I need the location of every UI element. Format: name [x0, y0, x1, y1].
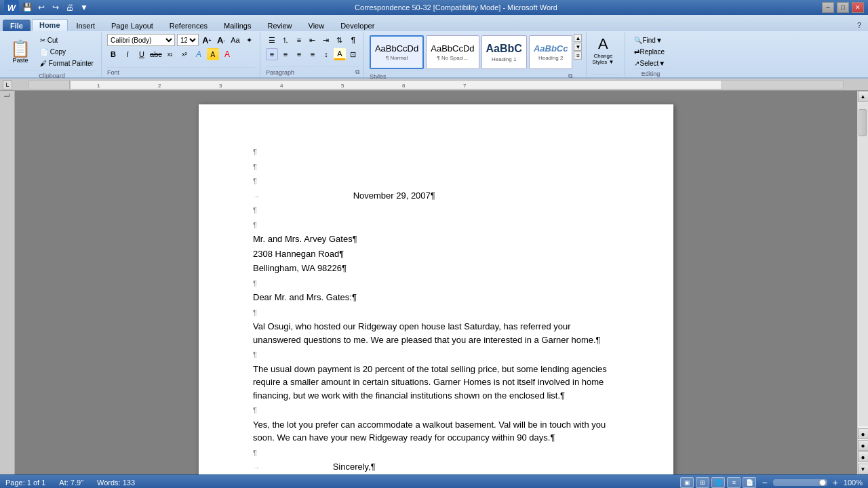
- document-scroll-area[interactable]: ¶ ¶ ¶ → November 29, 2007¶ ¶ ¶ Mr. and M…: [15, 91, 857, 474]
- borders-button[interactable]: ⊡: [347, 48, 359, 60]
- text-highlight-button[interactable]: A: [207, 48, 219, 60]
- ribbon-tab-bar[interactable]: File Home Insert Page Layout References …: [0, 15, 868, 31]
- multilevel-list-button[interactable]: ≡: [293, 34, 305, 46]
- change-styles-button[interactable]: ChangeStyles ▼: [592, 53, 614, 65]
- style-heading1[interactable]: AaBbC Heading 1: [481, 35, 527, 69]
- styles-scroll-buttons[interactable]: ▲ ▼ ≡: [574, 34, 582, 60]
- justify-button[interactable]: ≡: [307, 48, 319, 60]
- change-case-button[interactable]: Aa: [229, 34, 241, 46]
- save-button[interactable]: 💾: [21, 1, 33, 14]
- select-button[interactable]: ↗ Select ▼: [631, 58, 669, 68]
- salutation-line[interactable]: Dear Mr. and Mrs. Gates:¶: [253, 291, 619, 304]
- bold-button[interactable]: B: [107, 48, 119, 60]
- qat-dropdown[interactable]: ▼: [78, 1, 90, 14]
- tab-mailings[interactable]: Mailings: [216, 20, 258, 31]
- clear-formatting-button[interactable]: ✦: [243, 34, 256, 46]
- scroll-up-arrow[interactable]: ▲: [858, 91, 869, 102]
- tab-review[interactable]: Review: [260, 20, 299, 31]
- tab-page-layout[interactable]: Page Layout: [104, 20, 161, 31]
- view-buttons[interactable]: ▣ ⊞ 🌐 ≡ 📄: [680, 477, 756, 488]
- change-styles-icon[interactable]: A: [598, 35, 608, 53]
- undo-button[interactable]: ↩: [35, 1, 47, 14]
- address-line-2[interactable]: 2308 Hannegan Road¶: [253, 247, 619, 261]
- decrease-font-button[interactable]: A-: [215, 34, 227, 46]
- web-layout-view[interactable]: 🌐: [711, 477, 725, 488]
- scroll-thumb[interactable]: [859, 109, 867, 136]
- style-no-spacing[interactable]: AaBbCcDd ¶ No Spaci...: [426, 35, 479, 69]
- show-hide-marks-button[interactable]: ¶: [347, 34, 359, 46]
- decrease-indent-button[interactable]: ⇤: [307, 34, 319, 46]
- quick-access-toolbar[interactable]: W 💾 ↩ ↪ 🖨 ▼: [4, 0, 90, 15]
- numbering-button[interactable]: ⒈: [279, 34, 292, 46]
- bullets-button[interactable]: ☰: [266, 34, 278, 46]
- date-line[interactable]: → November 29, 2007¶: [253, 189, 619, 203]
- strikethrough-button[interactable]: abc: [150, 48, 162, 60]
- line-spacing-button[interactable]: ↕: [320, 48, 332, 60]
- superscript-button[interactable]: x²: [178, 48, 191, 60]
- font-size-select[interactable]: 12: [177, 34, 199, 46]
- styles-scroll-up[interactable]: ▲: [574, 34, 582, 42]
- zoom-minus[interactable]: −: [762, 477, 767, 488]
- print-layout-view[interactable]: ▣: [680, 477, 694, 488]
- print-button[interactable]: 🖨: [64, 1, 76, 14]
- zoom-slider[interactable]: [773, 479, 827, 486]
- tab-file[interactable]: File: [3, 20, 31, 31]
- copy-button[interactable]: 📄 Copy: [37, 47, 97, 57]
- increase-indent-button[interactable]: ⇥: [320, 34, 332, 46]
- font-name-select[interactable]: Calibri (Body): [107, 34, 175, 46]
- styles-scroll-down[interactable]: ▼: [574, 43, 582, 51]
- underline-button[interactable]: U: [136, 48, 148, 60]
- select-browse-object[interactable]: ●: [858, 440, 869, 451]
- page-up-button[interactable]: ●: [858, 428, 869, 439]
- tab-developer[interactable]: Developer: [333, 20, 382, 31]
- close-button[interactable]: ✕: [852, 2, 864, 13]
- outline-view[interactable]: ≡: [727, 477, 741, 488]
- document-page[interactable]: ¶ ¶ ¶ → November 29, 2007¶ ¶ ¶ Mr. and M…: [199, 104, 673, 474]
- minimize-button[interactable]: –: [822, 2, 834, 13]
- body-para-2[interactable]: The usual down payment is 20 percent of …: [253, 363, 619, 403]
- paragraph-dialog-launcher[interactable]: ⧉: [355, 68, 359, 76]
- text-effects-button[interactable]: A: [193, 48, 205, 60]
- italic-button[interactable]: I: [121, 48, 134, 60]
- address-line-3[interactable]: Bellingham, WA 98226¶: [253, 262, 619, 275]
- cut-button[interactable]: ✂ Cut: [37, 35, 97, 45]
- scroll-down-arrow[interactable]: ▼: [858, 464, 869, 474]
- zoom-level[interactable]: 100%: [844, 479, 863, 487]
- ruler-toggle[interactable]: L: [3, 80, 12, 89]
- maximize-button[interactable]: □: [837, 2, 849, 13]
- draft-view[interactable]: 📄: [743, 477, 756, 488]
- align-right-button[interactable]: ≡: [293, 48, 305, 60]
- paste-button[interactable]: 📋 Paste: [7, 34, 34, 70]
- body-para-3[interactable]: Yes, the lot you prefer can accommodate …: [253, 418, 619, 445]
- closing-line[interactable]: → Sincerely,¶: [253, 460, 619, 474]
- address-line-1[interactable]: Mr. and Mrs. Arvey Gates¶: [253, 232, 619, 246]
- tab-references[interactable]: References: [162, 20, 215, 31]
- window-controls[interactable]: – □ ✕: [822, 2, 864, 13]
- full-screen-view[interactable]: ⊞: [696, 477, 709, 488]
- zoom-thumb[interactable]: [819, 479, 826, 486]
- align-center-button[interactable]: ≡: [279, 48, 292, 60]
- format-painter-button[interactable]: 🖌 Format Painter: [37, 58, 97, 68]
- scroll-track[interactable]: [859, 102, 868, 426]
- body-para-1[interactable]: Val Osugi, who hosted our Ridgeway open …: [253, 320, 619, 346]
- increase-font-button[interactable]: A+: [201, 34, 213, 46]
- zoom-plus[interactable]: +: [833, 477, 838, 488]
- style-heading2[interactable]: AaBbCc Heading 2: [529, 35, 573, 69]
- style-normal[interactable]: AaBbCcDd ¶ Normal: [370, 35, 424, 69]
- font-color-button[interactable]: A: [221, 48, 233, 60]
- replace-button[interactable]: ⇄ Replace: [631, 47, 669, 57]
- tab-insert[interactable]: Insert: [69, 20, 103, 31]
- subscript-button[interactable]: x₂: [164, 48, 176, 60]
- styles-more[interactable]: ≡: [574, 52, 582, 60]
- align-left-button[interactable]: ≡: [266, 48, 278, 60]
- find-button[interactable]: 🔍 Find ▼: [631, 35, 669, 45]
- tab-home[interactable]: Home: [32, 19, 68, 31]
- page-down-button[interactable]: ●: [858, 451, 869, 462]
- scrollbar-vertical[interactable]: ▲ ● ● ● ▼: [857, 91, 868, 474]
- sort-button[interactable]: ⇅: [334, 34, 346, 46]
- tab-view[interactable]: View: [301, 20, 332, 31]
- word-count[interactable]: Words: 133: [97, 479, 135, 487]
- help-button[interactable]: ?: [853, 19, 865, 31]
- shading-button[interactable]: A: [334, 48, 346, 60]
- redo-button[interactable]: ↪: [50, 1, 62, 14]
